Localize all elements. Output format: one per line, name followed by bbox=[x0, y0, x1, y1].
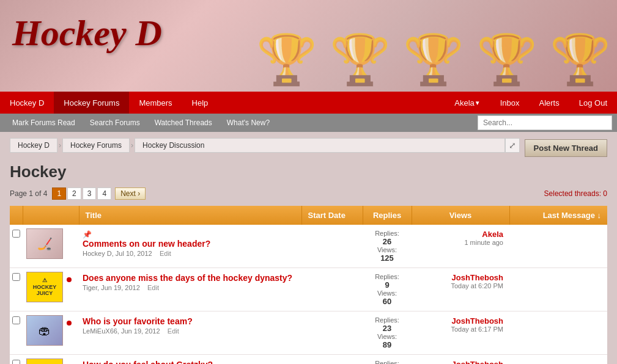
new-indicator bbox=[67, 277, 72, 282]
new-dot-cell-1 bbox=[67, 268, 79, 311]
thread-last-cell-2: JoshThebosh Today at 6:17 PM bbox=[412, 311, 509, 355]
trophy-4: 🏆 bbox=[476, 31, 538, 89]
table-row: ⚠HOCKEYJUICY Does anyone miss the days o… bbox=[10, 268, 607, 311]
page-btn-3[interactable]: 3 bbox=[83, 187, 97, 200]
pagination-bar: Page 1 of 4 1 2 3 4 Next › Selected thre… bbox=[10, 187, 607, 200]
search-input[interactable] bbox=[478, 115, 612, 130]
sub-nav: Mark Forums Read Search Forums Watched T… bbox=[0, 114, 617, 132]
thread-icon-cell-0: 🏒 bbox=[23, 225, 67, 268]
header-banner: Hockey D 🏆 🏆 🏆 🏆 🏆 bbox=[0, 0, 617, 92]
thread-thumb-0: 🏒 bbox=[26, 228, 63, 259]
new-indicator bbox=[67, 321, 72, 326]
thread-meta-0: Hockey D, Jul 10, 2012 Edit bbox=[83, 250, 298, 257]
thread-title-link-1[interactable]: Does anyone miss the days of the hockey … bbox=[83, 273, 298, 283]
thread-checkbox-2[interactable] bbox=[12, 316, 20, 324]
th-start-date: Start Date bbox=[301, 206, 363, 225]
nav-alerts[interactable]: Alerts bbox=[530, 92, 569, 114]
thread-startdate-cell-0 bbox=[301, 225, 363, 268]
thread-checkbox-cell-3 bbox=[10, 355, 23, 365]
search-container bbox=[478, 115, 612, 130]
thread-table-header: Title Start Date Replies Views Last Mess… bbox=[10, 206, 607, 225]
pin-icon: 📌 bbox=[83, 230, 92, 239]
thread-checkbox-cell-1 bbox=[10, 268, 23, 311]
thread-icon-cell-3: 😄 bbox=[23, 355, 67, 365]
breadcrumb-hockey-forums[interactable]: Hockey Forums bbox=[62, 138, 130, 153]
trophy-3: 🏆 bbox=[403, 31, 464, 89]
thread-meta-2: LeMiEuX66, Jun 19, 2012 Edit bbox=[83, 327, 298, 335]
thread-icon-cell-1: ⚠HOCKEYJUICY bbox=[23, 268, 67, 311]
subnav-watched-threads[interactable]: Watched Threads bbox=[147, 114, 220, 132]
th-last-message: Last Message ↓ bbox=[509, 206, 607, 225]
new-dot-cell-0 bbox=[67, 225, 79, 268]
th-icon bbox=[23, 206, 79, 225]
thread-title-cell-2: Who is your favorite team? LeMiEuX66, Ju… bbox=[79, 311, 301, 355]
breadcrumb-share-icon[interactable]: ⤢ bbox=[505, 138, 520, 153]
last-user-link-2[interactable]: JoshThebosh bbox=[451, 316, 503, 326]
new-dot-cell-3 bbox=[67, 355, 79, 365]
thread-replies-cell-1: Replies: 9 Views: 60 bbox=[363, 268, 412, 311]
thread-checkbox-3[interactable] bbox=[12, 360, 20, 364]
thread-replies-cell-0: Replies: 26 Views: 125 bbox=[363, 225, 412, 268]
thread-title-cell-1: Does anyone miss the days of the hockey … bbox=[79, 268, 301, 311]
page-info: Page 1 of 4 bbox=[10, 189, 47, 198]
thread-title-cell-0: 📌 Comments on our new header? Hockey D, … bbox=[79, 225, 301, 268]
next-page-button[interactable]: Next › bbox=[115, 187, 146, 200]
thread-title-cell-3: How do you feel about Gretzky? JoshThebo… bbox=[79, 355, 301, 365]
thread-title-link-0[interactable]: Comments on our new header? bbox=[83, 239, 298, 249]
th-views: Views bbox=[412, 206, 509, 225]
trophy-decoration: 🏆 🏆 🏆 🏆 🏆 bbox=[220, 0, 617, 92]
thread-last-cell-1: JoshThebosh Today at 6:20 PM bbox=[412, 268, 509, 311]
last-user-link-3[interactable]: JoshThebosh bbox=[451, 360, 503, 364]
thread-checkbox-1[interactable] bbox=[12, 273, 20, 281]
thread-checkbox-cell-2 bbox=[10, 311, 23, 355]
nav-akela[interactable]: Akela ▼ bbox=[445, 92, 490, 114]
edit-link-2[interactable]: Edit bbox=[168, 327, 179, 335]
site-logo[interactable]: Hockey D bbox=[12, 12, 162, 54]
thread-last-cell-3: JoshThebosh Today at 6:12 PM bbox=[412, 355, 509, 365]
trophy-1: 🏆 bbox=[256, 31, 317, 89]
thread-icon-cell-2: 🏟 bbox=[23, 311, 67, 355]
subnav-mark-read[interactable]: Mark Forums Read bbox=[5, 114, 83, 132]
subnav-search-forums[interactable]: Search Forums bbox=[83, 114, 147, 132]
last-time-0: 1 minute ago bbox=[418, 239, 503, 246]
nav-hockey-d[interactable]: Hockey D bbox=[0, 92, 54, 114]
post-new-thread-button[interactable]: Post New Thread bbox=[525, 139, 607, 157]
table-row: 😄 How do you feel about Gretzky? JoshThe… bbox=[10, 355, 607, 365]
page-btn-2[interactable]: 2 bbox=[67, 187, 81, 200]
main-nav: Hockey D Hockey Forums Members Help Akel… bbox=[0, 92, 617, 114]
breadcrumb: Hockey D › Hockey Forums › Hockey Discus… bbox=[10, 138, 520, 153]
trophy-5: 🏆 bbox=[550, 31, 611, 89]
page-btn-1[interactable]: 1 bbox=[52, 187, 66, 200]
trophy-2: 🏆 bbox=[330, 31, 391, 89]
nav-help[interactable]: Help bbox=[182, 92, 218, 114]
nav-inbox[interactable]: Inbox bbox=[490, 92, 530, 114]
thread-thumb-1: ⚠HOCKEYJUICY bbox=[26, 272, 63, 302]
nav-hockey-forums[interactable]: Hockey Forums bbox=[54, 92, 129, 114]
main-content: Hockey D › Hockey Forums › Hockey Discus… bbox=[0, 132, 617, 364]
th-checkbox bbox=[10, 206, 23, 225]
edit-link-1[interactable]: Edit bbox=[147, 284, 159, 291]
nav-members[interactable]: Members bbox=[129, 92, 182, 114]
th-title: Title bbox=[79, 206, 301, 225]
thread-last-cell-0: Akela 1 minute ago bbox=[412, 225, 509, 268]
last-user-link-0[interactable]: Akela bbox=[482, 230, 503, 239]
edit-link-0[interactable]: Edit bbox=[160, 250, 171, 257]
thread-checkbox-0[interactable] bbox=[12, 230, 20, 238]
thread-startdate-cell-2 bbox=[301, 311, 363, 355]
thread-title-link-2[interactable]: Who is your favorite team? bbox=[83, 316, 298, 326]
breadcrumb-hockey-d[interactable]: Hockey D bbox=[10, 138, 57, 153]
thread-thumb-2: 🏟 bbox=[26, 315, 63, 346]
subnav-whats-new[interactable]: What's New? bbox=[220, 114, 277, 132]
nav-right: Akela ▼ Inbox Alerts Log Out bbox=[445, 92, 617, 114]
page-btn-4[interactable]: 4 bbox=[97, 187, 111, 200]
breadcrumb-area: Hockey D › Hockey Forums › Hockey Discus… bbox=[10, 138, 607, 158]
last-user-link-1[interactable]: JoshThebosh bbox=[451, 273, 503, 282]
selected-threads-info: Selected threads: 0 bbox=[544, 189, 607, 198]
page-title: Hockey bbox=[10, 162, 607, 181]
thread-title-link-3[interactable]: How do you feel about Gretzky? bbox=[83, 360, 298, 364]
thread-meta-1: Tiger, Jun 19, 2012 Edit bbox=[83, 284, 298, 291]
breadcrumb-arrow-1: › bbox=[59, 141, 61, 150]
nav-logout[interactable]: Log Out bbox=[569, 92, 617, 114]
thread-list: 🏒 📌 Comments on our new header? Hockey D… bbox=[10, 225, 607, 364]
thread-table: Title Start Date Replies Views Last Mess… bbox=[10, 206, 607, 364]
